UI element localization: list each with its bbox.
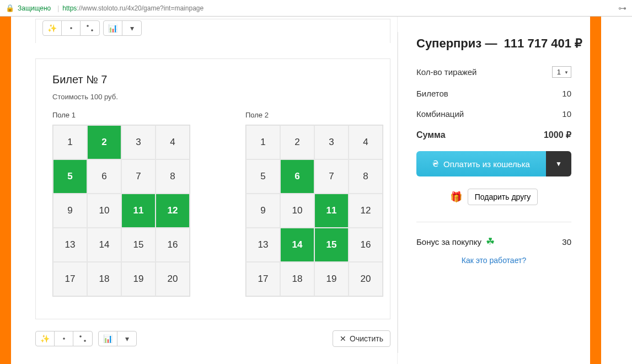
tickets-value: 10 — [562, 89, 571, 98]
svg-point-2 — [91, 29, 93, 31]
bonus-value: 30 — [562, 237, 571, 247]
number-cell-11[interactable]: 11 — [121, 194, 156, 228]
pay-button[interactable]: ₴ Оплатить из кошелька ▼ — [416, 151, 571, 176]
number-cell-4[interactable]: 4 — [156, 125, 190, 159]
number-cell-20[interactable]: 20 — [349, 262, 383, 296]
tickets-row: Билетов 10 — [416, 89, 571, 98]
number-cell-14[interactable]: 14 — [87, 228, 121, 262]
draws-select[interactable]: 1 — [552, 66, 571, 78]
svg-point-4 — [79, 335, 82, 338]
dropdown-button[interactable]: ▾ — [122, 21, 141, 35]
number-cell-10[interactable]: 10 — [87, 194, 121, 228]
pay-dropdown[interactable]: ▼ — [546, 151, 571, 176]
bars-tools-group-2: 📊 ▾ — [98, 331, 137, 346]
svg-point-1 — [87, 25, 89, 27]
field-1-label: Поле 1 — [52, 111, 190, 119]
number-cell-5[interactable]: 5 — [246, 159, 280, 194]
tickets-label: Билетов — [416, 89, 448, 98]
number-cell-6[interactable]: 6 — [87, 159, 121, 194]
gift-icon: 🎁 — [450, 191, 462, 203]
right-accent — [590, 17, 601, 364]
url-text[interactable]: https://www.stoloto.ru/4x20/game?int=mai… — [62, 4, 203, 12]
number-cell-4[interactable]: 4 — [349, 125, 383, 159]
number-cell-15[interactable]: 15 — [121, 228, 156, 262]
number-cell-18[interactable]: 18 — [87, 262, 121, 296]
number-cell-19[interactable]: 19 — [314, 262, 349, 296]
field-1-grid: 1234567891011121314151617181920 — [52, 125, 190, 297]
svg-point-5 — [84, 340, 86, 342]
sum-value: 1000 ₽ — [544, 130, 571, 140]
number-cell-11[interactable]: 11 — [314, 194, 349, 228]
ticket-title: Билет № 7 — [52, 73, 373, 86]
number-cell-2[interactable]: 2 — [87, 125, 121, 159]
sum-row: Сумма 1000 ₽ — [416, 130, 571, 140]
bars-button[interactable]: 📊 — [104, 21, 122, 35]
ticket-cost: Стоимость 100 руб. — [52, 93, 373, 101]
dice-1-button[interactable] — [62, 21, 81, 35]
number-cell-17[interactable]: 17 — [53, 262, 87, 296]
dice-2-button[interactable] — [81, 21, 99, 35]
address-bar: 🔒 Защищено | https://www.stoloto.ru/4x20… — [0, 0, 632, 17]
field-2-label: Поле 2 — [245, 111, 383, 119]
dice-1-button[interactable] — [55, 331, 73, 346]
field-2-block: Поле 2 1234567891011121314151617181920 — [245, 111, 383, 297]
number-cell-9[interactable]: 9 — [246, 194, 280, 228]
number-cell-16[interactable]: 16 — [156, 228, 190, 262]
clear-button[interactable]: ✕ Очистить — [333, 330, 390, 347]
number-cell-12[interactable]: 12 — [349, 194, 383, 228]
pay-label: Оплатить из кошелька — [443, 159, 530, 169]
combos-value: 10 — [562, 109, 571, 119]
magic-wand-button[interactable]: ✨ — [36, 331, 55, 346]
clover-icon: ☘ — [486, 235, 495, 248]
bars-button[interactable]: 📊 — [99, 331, 117, 346]
number-cell-6[interactable]: 6 — [280, 159, 314, 194]
dropdown-button[interactable]: ▾ — [117, 331, 136, 346]
svg-point-3 — [63, 338, 65, 340]
svg-point-0 — [70, 27, 72, 29]
number-cell-1[interactable]: 1 — [246, 125, 280, 159]
ticket-card: Билет № 7 Стоимость 100 руб. Поле 1 1234… — [35, 58, 390, 319]
left-accent — [0, 17, 11, 364]
number-cell-8[interactable]: 8 — [349, 159, 383, 194]
key-icon[interactable]: ⊶ — [618, 3, 626, 13]
number-cell-12[interactable]: 12 — [156, 194, 190, 228]
number-cell-7[interactable]: 7 — [314, 159, 349, 194]
number-cell-1[interactable]: 1 — [53, 125, 87, 159]
number-cell-19[interactable]: 19 — [121, 262, 156, 296]
number-cell-3[interactable]: 3 — [121, 125, 156, 159]
bars-tools-group: 📊 ▾ — [103, 20, 142, 36]
number-cell-17[interactable]: 17 — [246, 262, 280, 296]
dice-2-button[interactable] — [73, 331, 92, 346]
number-cell-7[interactable]: 7 — [121, 159, 156, 194]
number-cell-3[interactable]: 3 — [314, 125, 349, 159]
close-icon: ✕ — [340, 334, 346, 343]
superprize-title: Суперприз — 111 717 401 ₽ — [416, 36, 571, 51]
number-cell-5[interactable]: 5 — [53, 159, 87, 194]
sum-label: Сумма — [416, 130, 446, 140]
magic-wand-button[interactable]: ✨ — [43, 21, 62, 35]
gift-button[interactable]: Подарить другу — [468, 189, 538, 205]
lock-icon: 🔒 — [6, 4, 14, 12]
prev-ticket-tools: ✨ 📊 ▾ — [35, 19, 390, 43]
draws-label: Кол-во тиражей — [416, 67, 477, 77]
how-it-works-link[interactable]: Как это работает? — [462, 256, 526, 265]
pay-main[interactable]: ₴ Оплатить из кошелька — [416, 151, 546, 176]
number-cell-15[interactable]: 15 — [314, 228, 349, 262]
number-cell-18[interactable]: 18 — [280, 262, 314, 296]
number-cell-10[interactable]: 10 — [280, 194, 314, 228]
wallet-icon: ₴ — [432, 159, 439, 169]
gift-row: 🎁 Подарить другу — [416, 189, 571, 205]
combos-label: Комбинаций — [416, 109, 464, 119]
number-cell-14[interactable]: 14 — [280, 228, 314, 262]
number-cell-13[interactable]: 13 — [246, 228, 280, 262]
number-cell-13[interactable]: 13 — [53, 228, 87, 262]
number-cell-2[interactable]: 2 — [280, 125, 314, 159]
combos-row: Комбинаций 10 — [416, 109, 571, 119]
draws-row: Кол-во тиражей 1 — [416, 66, 571, 78]
field-2-grid: 1234567891011121314151617181920 — [245, 125, 383, 297]
number-cell-8[interactable]: 8 — [156, 159, 190, 194]
clear-label: Очистить — [350, 334, 383, 343]
number-cell-16[interactable]: 16 — [349, 228, 383, 262]
number-cell-9[interactable]: 9 — [53, 194, 87, 228]
number-cell-20[interactable]: 20 — [156, 262, 190, 296]
